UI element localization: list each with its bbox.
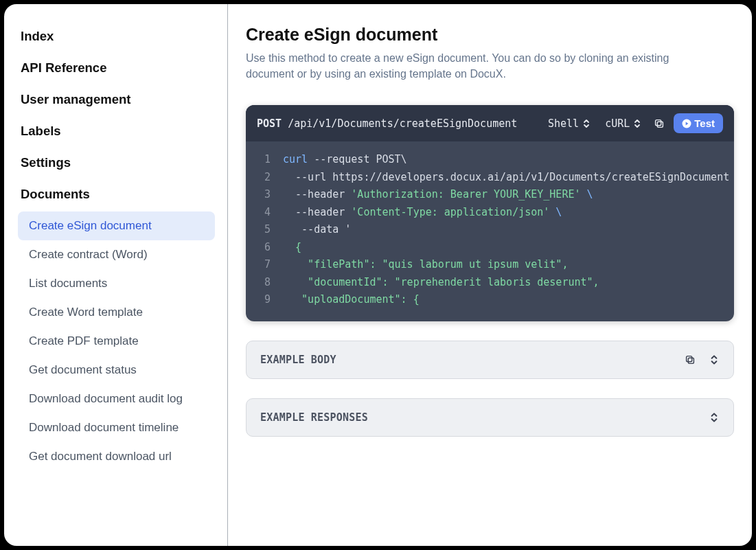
code-example-card: POST /api/v1/Documents/createESignDocume… [246,105,734,321]
sidebar: Index API Reference User management Labe… [4,4,228,546]
language-selector-label: Shell [548,117,579,130]
code-line: --url https://developers.docux.ai/api/v1… [283,169,723,187]
sidebar-section-settings[interactable]: Settings [18,147,215,179]
page-description: Use this method to create a new eSign do… [246,50,672,82]
sidebar-documents-items: Create eSign document Create contract (W… [18,211,215,471]
code-line: { [283,239,723,257]
sidebar-item-download-audit-log[interactable]: Download document audit log [18,385,215,413]
sidebar-item-create-pdf-template[interactable]: Create PDF template [18,327,215,356]
line-number: 8 [246,274,271,292]
code-line: "filePath": "quis laborum ut ipsum velit… [283,256,723,274]
sidebar-item-create-esign-document[interactable]: Create eSign document [18,211,215,240]
svg-rect-4 [687,356,692,361]
panel-actions [709,411,720,424]
chevron-up-down-icon [632,118,642,129]
panel-actions [684,354,720,366]
svg-rect-1 [656,119,661,125]
line-number: 7 [246,256,271,274]
line-number: 9 [246,291,271,309]
copy-icon[interactable] [653,117,665,130]
sidebar-section-labels[interactable]: Labels [18,115,215,147]
page-title: Create eSign document [246,25,734,45]
code-line: "documentId": "reprehenderit laboris des… [283,274,723,292]
sidebar-section-user-management[interactable]: User management [18,84,215,115]
copy-icon[interactable] [684,354,696,366]
line-number: 5 [246,221,271,239]
code-line: --data ' [283,221,723,239]
endpoint-label: POST /api/v1/Documents/createESignDocume… [257,117,537,130]
sidebar-item-create-contract-word[interactable]: Create contract (Word) [18,240,215,269]
code-header: POST /api/v1/Documents/createESignDocume… [246,105,734,141]
example-body-panel[interactable]: EXAMPLE BODY [246,341,734,379]
code-lines[interactable]: curl --request POST\ --url https://devel… [283,151,734,309]
chevron-up-down-icon[interactable] [709,354,720,366]
code-line: curl --request POST\ [283,151,723,169]
code-line: "uploadDocument": { [283,291,723,309]
svg-rect-0 [658,122,663,127]
line-number: 1 [246,151,271,169]
endpoint-path: /api/v1/Documents/createESignDocument [288,117,517,130]
chevron-up-down-icon[interactable] [709,411,720,424]
sidebar-item-download-timeline[interactable]: Download document timeline [18,413,215,442]
app-window: Index API Reference User management Labe… [4,4,752,546]
line-number: 6 [246,239,271,257]
svg-rect-3 [688,358,694,363]
sidebar-section-api-reference[interactable]: API Reference [18,52,215,84]
sidebar-item-list-documents[interactable]: List documents [18,269,215,298]
language-selector[interactable]: Shell [545,116,594,131]
sidebar-item-get-document-status[interactable]: Get document status [18,356,215,385]
sidebar-item-get-download-url[interactable]: Get document download url [18,442,215,471]
code-body: 1 2 3 4 5 6 7 8 9 curl --request POST\ -… [246,141,734,321]
play-icon [682,119,691,128]
line-number: 4 [246,204,271,222]
sidebar-section-index[interactable]: Index [18,21,215,52]
line-number: 2 [246,169,271,187]
sidebar-section-documents[interactable]: Documents [18,179,215,210]
code-line: --header 'Content-Type: application/json… [283,204,723,222]
line-number: 3 [246,186,271,204]
client-selector[interactable]: cURL [602,116,645,131]
chevron-up-down-icon [582,118,591,129]
test-button-label: Test [694,117,715,129]
main-content: Create eSign document Use this method to… [228,4,752,546]
code-line: --header 'Authorization: Bearer YOUR_KEY… [283,186,723,204]
panel-title: EXAMPLE RESPONSES [260,411,700,424]
client-selector-label: cURL [605,117,630,130]
panel-title: EXAMPLE BODY [260,354,676,366]
test-button[interactable]: Test [674,113,723,133]
http-method: POST [257,117,282,130]
line-number-gutter: 1 2 3 4 5 6 7 8 9 [246,151,283,309]
example-responses-panel[interactable]: EXAMPLE RESPONSES [246,398,734,437]
sidebar-item-create-word-template[interactable]: Create Word template [18,298,215,327]
